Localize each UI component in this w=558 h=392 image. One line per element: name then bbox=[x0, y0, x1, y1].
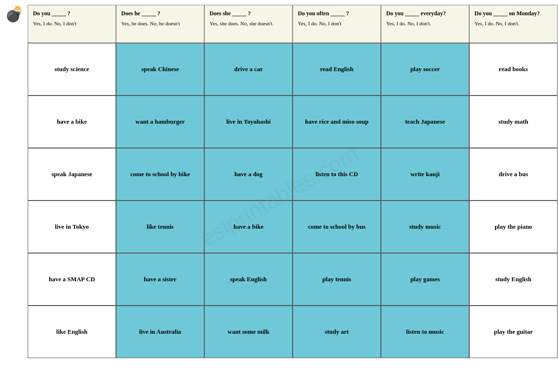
header-cell-1: Does he _____ ?Yes, he does. No, he does… bbox=[116, 5, 204, 43]
cell-r5-c0: like English bbox=[28, 306, 116, 358]
cell-r3-c2: have a bike bbox=[204, 201, 293, 253]
cell-r1-c1: want a hamburger bbox=[116, 95, 204, 148]
cell-r0-c2: drive a car bbox=[204, 43, 293, 95]
cell-r0-c3: read English bbox=[293, 43, 381, 95]
cell-r1-c2: live in Toyohashi bbox=[204, 95, 293, 148]
cell-r5-c2: want some milk bbox=[204, 306, 293, 358]
header-cell-5: Do you _____ on Monday?Yes, I do. No, I … bbox=[469, 5, 558, 43]
cell-r3-c4: study music bbox=[381, 201, 469, 253]
cell-r5-c1: live in Australia bbox=[116, 306, 204, 358]
cell-r1-c5: study math bbox=[469, 95, 558, 148]
header-cell-4: Do you _____ everyday?Yes, I do. No, I d… bbox=[381, 5, 469, 43]
header-cell-2: Does she _____ ?Yes, she does. No, she d… bbox=[204, 5, 293, 43]
cell-r2-c0: speak Japanese bbox=[28, 148, 116, 201]
cell-r4-c2: speak English bbox=[204, 253, 293, 306]
cell-r2-c2: have a dog bbox=[204, 148, 293, 201]
cell-r4-c4: play games bbox=[381, 253, 469, 306]
header-row: Do you _____ ?Yes, I do. No, I don'tDoes… bbox=[28, 5, 558, 43]
cell-r3-c5: play the piano bbox=[469, 201, 558, 253]
cell-r3-c1: like tennis bbox=[116, 201, 204, 253]
cell-r0-c1: speak Chinese bbox=[116, 43, 204, 95]
table-grid: study sciencespeak Chinesedrive a carrea… bbox=[28, 43, 558, 358]
cell-r4-c1: have a sister bbox=[116, 253, 204, 306]
cell-r2-c3: listen to this CD bbox=[293, 148, 381, 201]
cell-r1-c0: have a bike bbox=[28, 95, 116, 148]
cell-r2-c5: drive a bus bbox=[469, 148, 558, 201]
cell-r0-c0: study science bbox=[28, 43, 116, 95]
cell-r3-c0: live in Tokyo bbox=[28, 201, 116, 253]
cell-r0-c5: read books bbox=[469, 43, 558, 95]
cell-r2-c1: come to school by bike bbox=[116, 148, 204, 201]
cell-r4-c0: have a SMAP CD bbox=[28, 253, 116, 306]
header-cell-3: Do you often _____ ?Yes, I do. No, I don… bbox=[293, 5, 381, 43]
cell-r2-c4: write kanji bbox=[381, 148, 469, 201]
cell-r4-c5: study English bbox=[469, 253, 558, 306]
bomb-icon: 💣 bbox=[5, 5, 24, 23]
cell-r1-c4: teach Japanese bbox=[381, 95, 469, 148]
cell-r3-c3: come to school by bus bbox=[293, 201, 381, 253]
cell-r0-c4: play soccer bbox=[381, 43, 469, 95]
header-cell-0: Do you _____ ?Yes, I do. No, I don't bbox=[28, 5, 116, 43]
cell-r5-c3: study art bbox=[293, 306, 381, 358]
cell-r5-c5: play the guitar bbox=[469, 306, 558, 358]
cell-r5-c4: listen to music bbox=[381, 306, 469, 358]
cell-r4-c3: play tennis bbox=[293, 253, 381, 306]
cell-r1-c3: have rice and miso soup bbox=[293, 95, 381, 148]
page-wrapper: 💣 Do you _____ ?Yes, I do. No, I don'tDo… bbox=[5, 5, 553, 358]
